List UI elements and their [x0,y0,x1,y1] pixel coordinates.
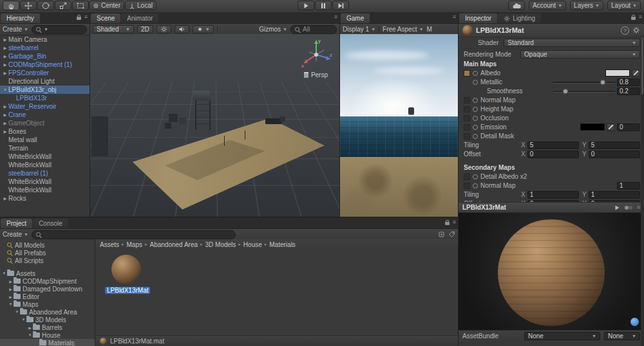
scale-tool-button[interactable] [55,1,71,10]
help-icon[interactable]: ? [621,26,629,35]
favorite-search-item[interactable]: All Models [0,241,95,249]
breadcrumb-item[interactable]: Abandoned Area [150,241,198,248]
breadcrumb-item[interactable]: Assets [100,241,119,248]
favorite-search-item[interactable]: All Scripts [0,257,95,264]
scene-viewport[interactable]: y x z Persp [90,34,339,217]
asset-item[interactable]: LPBldX13rMat [105,255,147,294]
foldout-arrow-icon[interactable]: ▼ [27,333,33,337]
texture-slot-thumb[interactable] [464,97,470,104]
hierarchy-item[interactable]: ▶Boxes [0,127,90,136]
project-folder-row[interactable]: ▶Damaged Downtown [0,285,95,293]
foldout-arrow-icon[interactable]: ▶ [27,325,33,330]
preview-header[interactable]: LPBldX13rMat ≡ [459,202,644,213]
gear-icon[interactable] [632,26,640,34]
panel-menu-icon[interactable]: ≡ [453,14,456,20]
scene-audio-toggle[interactable] [175,25,189,33]
assetbundle-name-dropdown[interactable]: None▼ [524,332,600,340]
eyedropper-icon[interactable] [632,69,640,77]
project-folder-row[interactable]: ▼Maps [0,300,95,308]
foldout-arrow-icon[interactable]: ▶ [2,37,8,42]
object-picker-icon[interactable] [473,98,478,103]
x-value-field[interactable]: 1 [527,191,579,199]
breadcrumb-item[interactable]: House [243,241,262,248]
rendering-mode-dropdown[interactable]: Opaque▼ [520,50,640,59]
layers-dropdown[interactable]: Layers▼ [570,1,603,10]
tab-project[interactable]: Project [1,219,32,228]
hierarchy-item[interactable]: ▶Crane [0,111,90,119]
y-value-field[interactable]: 0 [589,200,640,203]
breadcrumb-item[interactable]: Materials [269,241,296,248]
search-by-label-button[interactable] [448,231,455,238]
tab-lighting[interactable]: Lighting [498,14,541,23]
project-search-field[interactable] [32,230,236,239]
hierarchy-item[interactable]: ▶Rocks [0,194,90,203]
value-field[interactable]: 0.8 [617,78,640,86]
preview-menu-icon[interactable]: ≡ [637,205,640,210]
hierarchy-item[interactable]: WhiteBrickWall [0,152,90,161]
hierarchy-item[interactable]: ▶CODMapShipment (1) [0,60,90,69]
hierarchy-item[interactable]: WhiteBrickWall [0,186,90,194]
hierarchy-item[interactable]: Terrain [0,144,90,152]
maximize-on-play-toggle[interactable]: M [426,26,455,33]
texture-slot-thumb[interactable] [464,183,470,189]
gizmos-dropdown[interactable]: Gizmos▼ [259,26,287,33]
texture-slot-thumb[interactable] [464,70,470,77]
panel-menu-icon[interactable]: ≡ [639,14,642,20]
object-picker-icon[interactable] [473,80,478,85]
breadcrumb-item[interactable]: 3D Models [205,241,236,248]
project-folder-row[interactable]: ▶Editor [0,293,95,300]
space-toggle-button[interactable]: Local [125,1,156,10]
lock-icon[interactable] [445,222,450,225]
create-dropdown[interactable]: Create▼ [3,231,28,238]
x-value-field[interactable]: 0 [527,150,579,158]
aspect-dropdown[interactable]: Free Aspect▼ [383,26,423,33]
preview-play-icon[interactable] [614,205,620,211]
foldout-arrow-icon[interactable]: ▶ [8,279,14,284]
preview-render-mode-icon[interactable] [623,205,634,211]
project-folder-row[interactable]: ▶CODMapShipment [0,277,95,285]
crate-object[interactable] [179,118,186,124]
color-swatch[interactable] [605,69,630,77]
material-preview-area[interactable] [459,213,644,330]
foldout-arrow-icon[interactable]: ▼ [1,271,7,275]
foldout-arrow-icon[interactable]: ▼ [14,310,20,314]
texture-slot-thumb[interactable] [464,174,470,180]
step-button[interactable] [332,1,349,10]
crate-object[interactable] [165,123,171,129]
foldout-arrow-icon[interactable]: ▶ [2,62,8,68]
rect-tool-button[interactable] [72,1,89,10]
panel-menu-icon[interactable]: ≡ [334,14,337,20]
asset-label[interactable]: LPBldX13rMat [105,287,150,294]
color-swatch[interactable] [580,123,605,131]
hierarchy-item[interactable]: steelbarrel (1) [0,169,90,178]
hand-tool-button[interactable] [3,1,19,10]
panel-menu-icon[interactable]: ≡ [84,14,88,20]
project-folder-row[interactable]: ▼3D Models [0,316,95,323]
cloud-collab-button[interactable] [508,1,525,10]
rotate-tool-button[interactable] [37,1,54,10]
foldout-arrow-icon[interactable]: ▶ [2,54,8,59]
scene-orientation-gizmo[interactable]: y x z [298,37,334,70]
tab-hierarchy[interactable]: Hierarchy [1,14,40,23]
object-picker-icon[interactable] [473,71,478,76]
tab-game[interactable]: Game [341,14,370,23]
project-folder-row[interactable]: ▼Assets [0,269,95,277]
texture-slot-thumb[interactable] [464,124,470,131]
inspector-scrollbar[interactable] [641,35,644,346]
foldout-arrow-icon[interactable]: ▶ [2,46,8,51]
foldout-arrow-icon[interactable]: ▶ [8,287,14,291]
tab-animator[interactable]: Animator [121,14,158,23]
object-picker-icon[interactable] [473,107,478,112]
foldout-arrow-icon[interactable]: ▶ [2,71,8,76]
value-field[interactable]: 0 [617,123,640,131]
y-value-field[interactable]: 0 [589,150,640,158]
lock-icon[interactable] [631,17,636,20]
project-folder-row[interactable]: ▶Barrels [0,323,95,331]
foldout-arrow-icon[interactable]: ▶ [2,121,8,126]
eyedropper-icon[interactable] [607,123,615,131]
foldout-arrow-icon[interactable]: ▼ [21,318,26,322]
pivot-toggle-button[interactable]: Center [89,1,124,10]
draw-mode-dropdown[interactable]: Shaded▼ [93,25,134,33]
assetbundle-variant-dropdown[interactable]: None▼ [604,332,640,340]
slider-handle-icon[interactable] [563,89,568,94]
